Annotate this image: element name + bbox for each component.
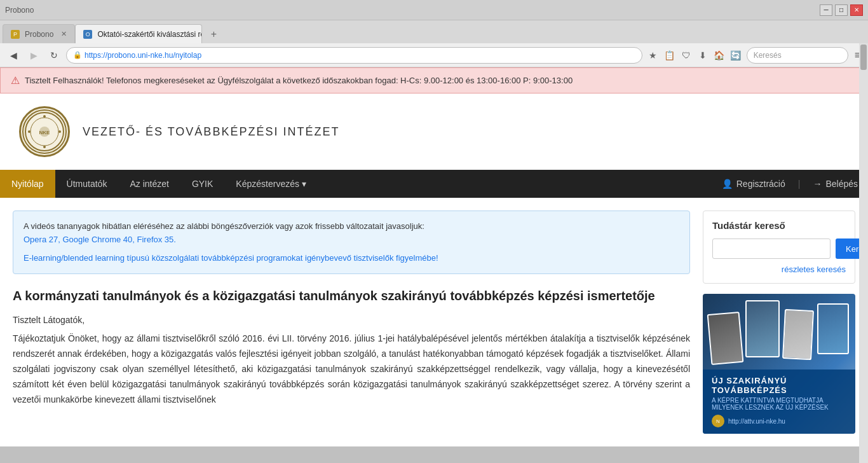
banner-photo-4 [817, 303, 850, 354]
alert-text: Tisztelt Felhasználók! Telefonos megkere… [25, 76, 573, 85]
nav-login-button[interactable]: → Belépés [803, 170, 868, 198]
svg-point-5 [43, 146, 46, 148]
main-container: A videós tananyagok hibátlan eléréséhez … [0, 198, 868, 446]
banner-photo-2 [745, 300, 780, 357]
detailed-search: részletes keresés [712, 264, 846, 274]
article-body: Tájékoztatjuk Önöket, hogy az állami tis… [13, 331, 690, 407]
banner-url: N http://attv.uni-nke.hu [712, 415, 846, 427]
article: A kormányzati tanulmányok és a közigazga… [13, 287, 690, 407]
svg-point-6 [28, 130, 31, 133]
sidebar-search-input[interactable] [712, 238, 831, 259]
svg-point-4 [43, 115, 46, 118]
browser-search-box[interactable]: Keresés [747, 47, 848, 64]
back-button[interactable]: ◀ [5, 47, 22, 64]
dropdown-arrow-icon: ▾ [302, 179, 306, 189]
banner-photos [709, 300, 849, 377]
sidebar: Tudástár kereső Keresés részletes keresé… [703, 211, 855, 434]
tab1-label-title: Probono [5, 6, 34, 15]
maximize-button[interactable]: □ [835, 4, 848, 16]
svg-text:NKE: NKE [39, 130, 51, 135]
address-bar: ◀ ▶ ↻ 🔒 https://probono.uni-nke.hu/nyito… [0, 43, 868, 67]
info-line1: A videós tananyagok hibátlan eléréséhez … [24, 220, 679, 233]
shield-icon[interactable]: 🛡 [679, 48, 693, 62]
sync-icon[interactable]: 🔄 [729, 48, 743, 62]
url-text: https://probono.uni-nke.hu/nyitolap [85, 51, 635, 60]
svg-point-7 [58, 130, 61, 133]
logo-inner: NKE [22, 109, 67, 154]
browser-chrome: Probono ─ □ ✕ P Probono ✕ O Oktatói-szak… [0, 0, 868, 67]
site-title: VEZETŐ- ÉS TOVÁBBKÉPZÉSI INTÉZET [83, 125, 339, 139]
search-row: Keresés [712, 238, 846, 259]
nav-divider: | [796, 179, 803, 189]
download-icon[interactable]: ⬇ [696, 48, 710, 62]
home-icon[interactable]: 🏠 [712, 48, 726, 62]
banner-photo-3 [782, 309, 814, 360]
nav-right: 👤 Regisztráció | → Belépés [712, 170, 868, 198]
site-logo: NKE [19, 106, 70, 157]
login-arrow-icon: → [813, 179, 822, 189]
browser-search-placeholder: Keresés [754, 51, 782, 60]
banner-photo-1 [707, 312, 743, 365]
tab1-favicon: P [11, 30, 20, 39]
window-controls: ─ □ ✕ [820, 4, 863, 16]
tab2-label: Oktatói-szakértői kiválasztási re... [97, 30, 202, 39]
article-title: A kormányzati tanulmányok és a közigazga… [13, 287, 690, 305]
nav-kepzestervezes[interactable]: Képzéstervezés ▾ [224, 170, 318, 198]
sidebar-search-title: Tudástár kereső [712, 220, 846, 231]
close-button[interactable]: ✕ [850, 4, 863, 16]
scrollbar[interactable] [859, 43, 868, 446]
forward-button[interactable]: ▶ [25, 47, 42, 64]
nav-utmutatok[interactable]: Útmutatók [55, 170, 119, 198]
browser-versions-link[interactable]: Opera 27, Google Chrome 40, Firefox 35. [24, 235, 176, 244]
refresh-button[interactable]: ↻ [46, 47, 62, 64]
detailed-search-link[interactable]: részletes keresés [782, 265, 846, 274]
address-icons: ★ 📋 🛡 ⬇ 🏠 🔄 [646, 48, 743, 62]
banner-text-area: ÚJ SZAKIRÁNYÚ TOVÁBBKÉPZÉS A KÉPRE KATTI… [703, 370, 855, 434]
nav-gyik[interactable]: GYIK [180, 170, 224, 198]
info-line2: Opera 27, Google Chrome 40, Firefox 35. [24, 233, 679, 247]
url-bar[interactable]: 🔒 https://probono.uni-nke.hu/nyitolap [66, 47, 642, 64]
scrollbar-thumb[interactable] [860, 45, 867, 70]
alert-icon: ⚠ [11, 74, 20, 86]
sidebar-search-box: Tudástár kereső Keresés részletes keresé… [703, 211, 855, 284]
tab1-close[interactable]: ✕ [61, 30, 67, 38]
minimize-button[interactable]: ─ [820, 4, 832, 16]
tabs-bar: P Probono ✕ O Oktatói-szakértői kiválasz… [0, 20, 868, 43]
browser-tab-2[interactable]: O Oktatói-szakértői kiválasztási re... ✕ [75, 24, 202, 43]
article-greeting: Tisztelt Látogatók, [13, 315, 690, 325]
page-content: ⚠ Tisztelt Felhasználók! Telefonos megke… [0, 67, 868, 446]
lock-icon: 🔒 [73, 51, 82, 59]
site-header: NKE VEZETŐ- ÉS TOVÁBBKÉPZÉSI INTÉZET [0, 93, 868, 170]
bookmark-icon[interactable]: ★ [646, 48, 660, 62]
user-icon: 👤 [722, 179, 733, 189]
banner-subtitle: A KÉPRE KATTINTVA MEGTUDHATJA MILYENEK L… [712, 397, 846, 411]
alert-bar: ⚠ Tisztelt Felhasználók! Telefonos megke… [0, 67, 868, 93]
info-box: A videós tananyagok hibátlan eléréséhez … [13, 211, 690, 274]
reader-icon[interactable]: 📋 [663, 48, 677, 62]
tab2-favicon: O [83, 30, 92, 39]
nav-bar: Nyitólap Útmutatók Az intézet GYIK Képzé… [0, 170, 868, 198]
new-tab-button[interactable]: + [205, 25, 222, 43]
browser-tab-1[interactable]: P Probono ✕ [3, 24, 75, 43]
nav-az-intezet[interactable]: Az intézet [118, 170, 180, 198]
elearning-link[interactable]: E-learning/blended learning típusú közsz… [24, 253, 438, 263]
banner-logo-small: N [712, 415, 724, 427]
content-area: A videós tananyagok hibátlan eléréséhez … [13, 211, 703, 434]
nav-nyitolap[interactable]: Nyitólap [0, 170, 55, 198]
nav-register-button[interactable]: 👤 Regisztráció [712, 170, 796, 198]
title-bar: Probono ─ □ ✕ [0, 0, 868, 20]
info-line3: E-learning/blended learning típusú közsz… [24, 252, 679, 265]
banner-title: ÚJ SZAKIRÁNYÚ TOVÁBBKÉPZÉS [712, 376, 846, 395]
sidebar-banner[interactable]: ÚJ SZAKIRÁNYÚ TOVÁBBKÉPZÉS A KÉPRE KATTI… [703, 294, 855, 434]
tab1-label: Probono [25, 30, 53, 39]
